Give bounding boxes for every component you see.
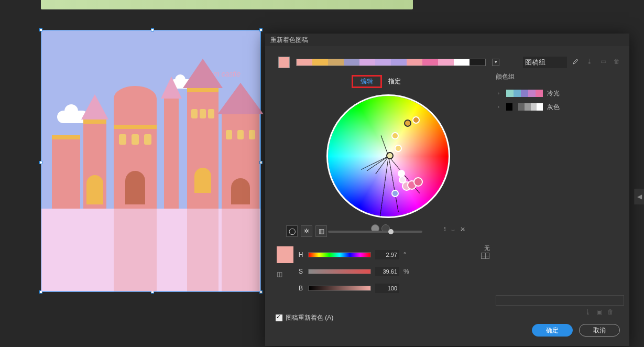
tab-edit[interactable]: 编辑 [354, 75, 379, 87]
top-preview-strip [41, 0, 413, 9]
cube-icon[interactable]: ◫ [277, 270, 282, 278]
dropdown-icon[interactable]: ▾ [492, 59, 499, 66]
artwork-canvas[interactable]: Dream castle [41, 30, 261, 292]
brightness-slider[interactable] [328, 231, 422, 233]
wheel-color-point[interactable] [391, 132, 399, 139]
recolor-checkbox-row: 图稿重新着色 (A) [276, 313, 333, 322]
dialog-title: 重新着色图稿 [270, 36, 308, 45]
color-wheel[interactable] [328, 96, 449, 216]
h-slider[interactable] [308, 252, 371, 257]
dialog-buttons: 确定 取消 [532, 324, 620, 337]
handle-tl[interactable] [39, 28, 42, 31]
grid-icon[interactable] [481, 253, 489, 259]
handle-mt[interactable] [151, 28, 154, 31]
artwork-colors-strip[interactable] [296, 59, 486, 66]
ok-button[interactable]: 确定 [532, 324, 573, 337]
group-name: 冷光 [547, 89, 560, 98]
color-groups-panel: 颜色组 ›冷光›灰色 [496, 72, 624, 114]
group-swatch-strip [506, 103, 543, 111]
storage-bar [496, 295, 624, 306]
link-tools: ⩉ ⩊ ⤩ [443, 225, 465, 233]
b-label: B [298, 285, 304, 292]
unlink-harmony-icon[interactable]: ⩊ [452, 225, 455, 233]
active-color-swatch[interactable] [278, 57, 290, 68]
b-value-input[interactable] [375, 284, 399, 293]
collapse-panel-button[interactable]: ◀ [635, 189, 644, 204]
wheel-color-point[interactable] [395, 145, 402, 152]
chevron-icon: › [498, 91, 502, 96]
color-group-field [523, 57, 567, 68]
color-group-name-input[interactable] [523, 57, 567, 68]
s-slider[interactable] [308, 269, 371, 274]
cancel-button[interactable]: 取消 [579, 324, 620, 337]
wheel-color-point[interactable] [391, 190, 399, 197]
s-label: S [298, 268, 304, 275]
color-group-row[interactable]: ›灰色 [496, 100, 624, 114]
wheel-color-point[interactable] [386, 152, 394, 159]
handle-ml[interactable] [39, 161, 42, 164]
recolor-checkbox[interactable] [276, 315, 282, 321]
icon-toolbar: ⭳ ▭ 🗑 [571, 57, 621, 66]
folder-icon[interactable]: ▭ [598, 57, 608, 66]
group-swatch-strip [506, 90, 543, 97]
slider-knob[interactable] [388, 229, 394, 234]
h-label: H [298, 251, 304, 258]
h-value-input[interactable] [375, 250, 399, 259]
smooth-wheel-button[interactable]: ◯ [286, 225, 298, 237]
highlight-box: 编辑 [352, 75, 382, 88]
swatch-strip: ▾ [278, 57, 499, 68]
castle-illustration [62, 62, 260, 209]
eyedropper-icon[interactable] [571, 57, 581, 66]
save-group-icon[interactable]: ⭳ [585, 57, 594, 66]
color-group-row[interactable]: ›冷光 [496, 86, 624, 100]
recolor-label: 图稿重新着色 (A) [286, 313, 333, 322]
wheel-color-point[interactable] [413, 177, 423, 187]
s-unit: % [403, 268, 411, 275]
wheel-color-point[interactable] [412, 116, 420, 124]
bars-button[interactable]: ▥ [315, 225, 327, 237]
new-folder-icon[interactable]: ▣ [596, 308, 602, 316]
segmented-wheel-button[interactable]: ✲ [301, 225, 312, 237]
hsb-swatch[interactable] [277, 246, 293, 263]
wheel-mode-tools: ◯ ✲ ▥ [286, 225, 327, 237]
group-name: 灰色 [547, 103, 560, 112]
tab-assign[interactable]: 指定 [382, 75, 407, 88]
chevron-icon: › [498, 104, 502, 110]
h-unit: ° [403, 251, 411, 258]
b-slider[interactable] [308, 286, 371, 291]
link-harmony-icon[interactable]: ⩉ [443, 225, 446, 233]
hsb-controls: H ° ≡ S % B [277, 248, 411, 299]
s-value-input[interactable] [375, 267, 399, 276]
lock-icon[interactable]: ⤩ [460, 225, 465, 233]
color-groups-title: 颜色组 [496, 72, 624, 81]
trash-icon[interactable]: 🗑 [607, 308, 614, 316]
mode-tabs: 编辑 指定 [352, 75, 407, 88]
handle-tr[interactable] [259, 28, 263, 31]
wheel-color-point[interactable] [404, 120, 411, 127]
none-label: 无 [484, 244, 490, 252]
save-group-icon[interactable]: ⭳ [585, 308, 591, 316]
recolor-dialog: 重新着色图稿 ▾ ⭳ ▭ 🗑 编辑 指定 ◯ ✲ ▥ ⩉ ⩊ [265, 34, 629, 346]
storage-icons: ⭳ ▣ 🗑 [585, 308, 614, 316]
reflection [41, 209, 260, 291]
trash-icon[interactable]: 🗑 [612, 57, 621, 66]
